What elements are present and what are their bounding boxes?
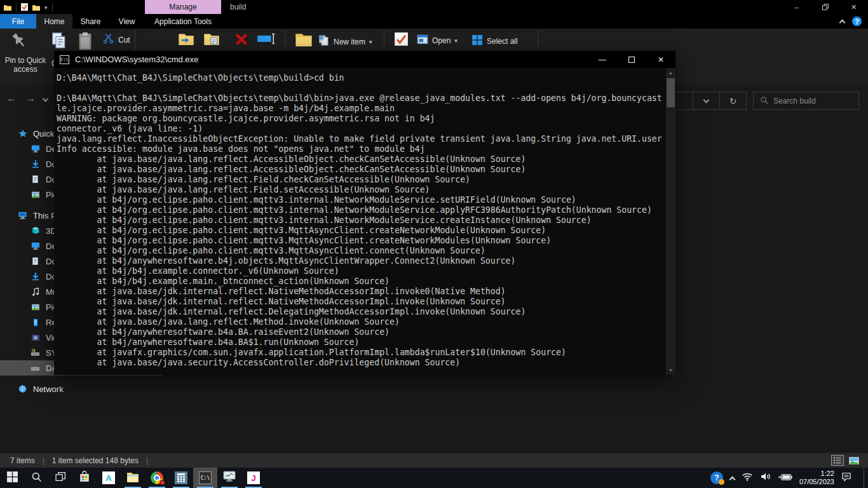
details-view-button[interactable] [831, 455, 844, 466]
qat-customize-caret-icon[interactable]: ▾ [44, 5, 48, 11]
status-bar: 7 items | 1 item selected 148 bytes | [0, 453, 868, 468]
system-monitor-icon [223, 471, 236, 485]
system-monitor-button[interactable] [217, 468, 241, 488]
new-item-button[interactable]: New item ▾ [318, 34, 372, 49]
download-icon [31, 272, 40, 281]
collapse-ribbon-icon[interactable] [839, 19, 846, 25]
scissors-icon [103, 33, 114, 46]
back-button[interactable]: ← [6, 93, 17, 104]
document-icon [31, 257, 40, 266]
explorer-close-button[interactable]: ✕ [839, 0, 868, 14]
address-dropdown-button[interactable] [693, 92, 719, 109]
dropdown-caret-icon: ▾ [369, 39, 372, 45]
scrollbar-thumb[interactable] [667, 78, 675, 107]
help-tray-icon[interactable]: ? [710, 471, 723, 484]
document-icon [31, 175, 40, 184]
notification-badge [719, 479, 724, 485]
phone-icon [31, 318, 40, 327]
pushpin-icon [8, 29, 31, 53]
chevron-up-icon[interactable] [729, 476, 735, 482]
cmd-scrollbar[interactable]: ▲ ▼ [666, 68, 675, 375]
console-output[interactable]: D:\B4A\Mqtt\Chat_B4J\SimpleChat\Objects\… [57, 73, 665, 375]
computer-icon [18, 211, 27, 220]
sidebar-item-network[interactable]: Network [0, 381, 162, 396]
store-icon [79, 471, 90, 485]
scroll-down-icon[interactable]: ▼ [666, 365, 675, 375]
file-explorer-icon [126, 471, 139, 485]
calculator-button[interactable] [169, 468, 193, 488]
cmd-minimize-button[interactable]: — [588, 51, 617, 68]
easy-access-button[interactable] [394, 32, 409, 49]
divider [16, 3, 17, 12]
open-button[interactable]: Open ▾ [417, 34, 458, 47]
battery-icon[interactable] [778, 472, 792, 484]
show-desktop-button[interactable] [864, 468, 867, 488]
file-explorer-button[interactable] [121, 468, 145, 488]
cmd-maximize-button[interactable] [617, 51, 646, 68]
taskbar-search-button[interactable] [24, 468, 48, 488]
speaker-icon[interactable] [760, 472, 771, 484]
paste-button[interactable] [78, 32, 93, 53]
clock-date: 07/05/2023 [799, 478, 834, 486]
divider: | [146, 456, 148, 465]
explorer-titlebar: ▾ Manage build – ✕ [0, 0, 868, 14]
cmd-taskbar-button[interactable]: C:\ [193, 468, 217, 488]
task-view-button[interactable] [48, 468, 72, 488]
cmd-window[interactable]: C:\ C:\WINDOWS\system32\cmd.exe — ✕ D:\B… [54, 51, 675, 375]
forward-button[interactable]: → [25, 93, 36, 104]
quick-access-toolbar: ▾ [4, 2, 53, 13]
drive-os-icon [31, 348, 40, 358]
action-center-icon[interactable] [841, 471, 851, 484]
task-view-icon [55, 471, 66, 485]
b4j-icon: J [247, 471, 260, 484]
delete-button[interactable] [234, 32, 249, 50]
windows-logo-icon [7, 471, 18, 485]
scroll-up-icon[interactable]: ▲ [666, 68, 675, 78]
explorer-restore-button[interactable] [811, 0, 839, 14]
wifi-icon[interactable] [742, 472, 753, 484]
clock-time: 1:22 [799, 470, 834, 478]
cut-button[interactable]: Cut [103, 33, 130, 46]
start-button[interactable] [0, 468, 24, 488]
tab-file[interactable]: File [0, 14, 36, 29]
ribbon-tab-strip: File Home Share View Application Tools [0, 14, 868, 29]
tab-home[interactable]: Home [36, 14, 72, 29]
taskbar-clock[interactable]: 1:22 07/05/2023 [799, 470, 834, 486]
app-a-button[interactable]: A [97, 468, 121, 488]
new-folder-button[interactable] [295, 32, 313, 50]
chrome-button[interactable] [145, 468, 169, 488]
rename-button[interactable] [257, 32, 276, 48]
move-to-button[interactable] [178, 32, 194, 50]
thumbnail-view-button[interactable] [848, 455, 860, 466]
cmd-close-button[interactable]: ✕ [646, 51, 675, 68]
search-box[interactable]: Search build [753, 92, 859, 110]
properties-check-icon[interactable] [21, 2, 28, 13]
copy-button[interactable] [51, 32, 67, 52]
pin-to-quick-access-button[interactable] [13, 32, 27, 51]
system-tray: ? 1:22 07/05/2023 [710, 468, 868, 488]
chrome-badge [159, 480, 165, 485]
tab-application-tools[interactable]: Application Tools [145, 14, 221, 29]
cmd-icon: C:\ [60, 55, 69, 64]
cmd-titlebar[interactable]: C:\ C:\WINDOWS\system32\cmd.exe — ✕ [54, 51, 675, 68]
explorer-minimize-button[interactable]: – [782, 0, 811, 14]
drive-icon [31, 363, 40, 373]
new-folder-qat-icon[interactable] [32, 2, 40, 13]
b4j-button[interactable]: J [241, 468, 266, 488]
copy-to-button[interactable] [203, 32, 220, 50]
calculator-icon [175, 471, 187, 484]
select-all-button[interactable]: Select all [471, 34, 518, 48]
store-button[interactable] [72, 468, 97, 488]
refresh-button[interactable]: ↻ [719, 92, 746, 109]
tab-share[interactable]: Share [72, 14, 109, 29]
select-all-icon [471, 34, 483, 48]
download-icon [31, 159, 40, 169]
select-all-label: Select all [487, 37, 518, 46]
search-placeholder: Search build [773, 97, 816, 105]
cmd-icon: C:\ [199, 471, 212, 484]
manage-contextual-tab[interactable]: Manage [145, 0, 221, 14]
window-title: build [230, 0, 246, 14]
picture-icon [31, 190, 40, 200]
tab-view[interactable]: View [109, 14, 145, 29]
help-icon[interactable]: ? [852, 17, 862, 26]
